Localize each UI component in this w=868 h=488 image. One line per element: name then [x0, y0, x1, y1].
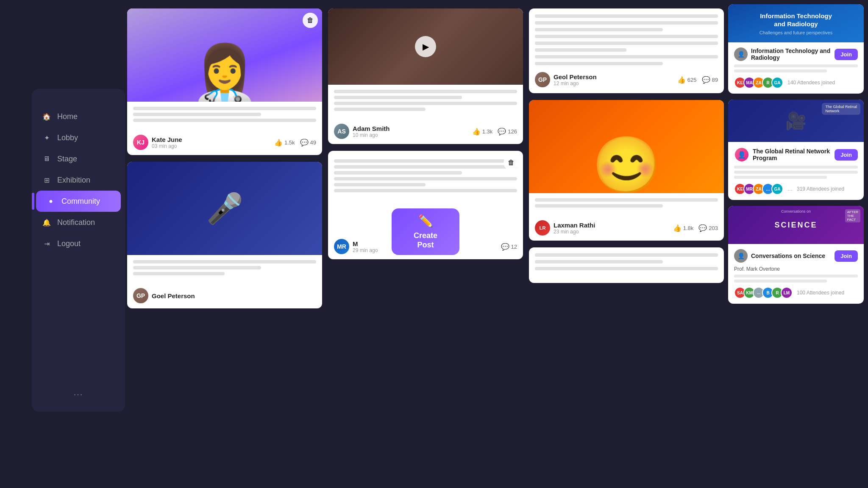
author-info-goel: Goel Peterson: [152, 292, 316, 299]
desc-line: [734, 274, 858, 277]
comment-btn-adam[interactable]: 💬 126: [498, 128, 517, 136]
app-container: 🏠 Home ✦ Lobby 🖥 Stage ⊞ Exhibition ● Co…: [0, 0, 868, 488]
science-header-main: SCIENCE: [774, 221, 817, 230]
desc-line: [734, 280, 827, 283]
event-attendees-it: KE MA ZA R GA 140 Attendees joined: [734, 77, 858, 89]
avatar-mr: MR: [334, 239, 349, 254]
event-desc-lines-it: [734, 64, 858, 72]
delete-post-btn-mr[interactable]: 🗑: [504, 155, 519, 170]
delete-post-btn-kate[interactable]: 🗑: [303, 13, 318, 28]
attendee-avatars-science: SA KM … B R LM: [734, 287, 793, 299]
post-text-lines: [334, 90, 517, 111]
logout-icon: ⇥: [42, 239, 51, 248]
post-text-lines: [133, 260, 316, 275]
stage-icon: 🖥: [42, 154, 51, 164]
like-icon-geol: 👍: [677, 76, 686, 84]
sidebar-item-stage[interactable]: 🖥 Stage: [32, 148, 125, 169]
like-btn-laxman[interactable]: 👍 1.8k: [673, 224, 694, 232]
speaker-name-science: Prof. Mark Overtone: [734, 266, 858, 272]
comment-icon-kate: 💬: [300, 139, 309, 147]
line: [334, 159, 517, 163]
event-body-science: 👤 Conversations on Science Join Prof. Ma…: [728, 244, 864, 304]
sidebar-item-logout[interactable]: ⇥ Logout: [32, 233, 125, 254]
like-btn-kate[interactable]: 👍 1.5k: [274, 139, 295, 147]
post-image-party: ▶: [328, 8, 523, 85]
comment-btn-mr[interactable]: 💬 12: [501, 243, 517, 251]
avatar-goel: GP: [133, 288, 148, 303]
join-btn-retina[interactable]: Join: [835, 149, 858, 161]
create-post-overlay[interactable]: ✏️ CreatePost: [392, 208, 459, 255]
author-info-kate: Kate June 03 min ago: [152, 136, 271, 149]
sidebar-item-lobby[interactable]: ✦ Lobby: [32, 127, 125, 148]
sidebar-item-exhibition[interactable]: ⊞ Exhibition: [32, 169, 125, 191]
like-icon-kate: 👍: [274, 139, 283, 147]
play-button[interactable]: ▶: [415, 36, 436, 57]
sidebar-label-exhibition: Exhibition: [57, 176, 90, 185]
line: [334, 165, 517, 169]
event-desc-lines-retina: [734, 166, 858, 179]
retina-overlay-text: The Global RetinalNetwork: [822, 103, 860, 115]
event-speaker-avatar-it: 👤: [734, 47, 748, 61]
comment-btn-kate[interactable]: 💬 49: [300, 139, 316, 147]
sidebar-label-logout: Logout: [57, 239, 81, 248]
science-header-top: Conversations on: [781, 209, 811, 214]
post-actions-geol: 👍 625 💬 89: [677, 76, 718, 84]
desc-line: [734, 166, 858, 169]
post-content-kate: [127, 102, 322, 131]
line: [535, 48, 626, 52]
comment-btn-laxman[interactable]: 💬 203: [698, 224, 718, 232]
event-card-it: Information Technologyand Radiology Chal…: [728, 4, 864, 94]
like-count-kate: 1.5k: [284, 139, 295, 146]
post-time-geol: 12 min ago: [554, 80, 674, 86]
line: [334, 177, 517, 180]
join-btn-it[interactable]: Join: [835, 49, 858, 60]
line: [334, 183, 426, 186]
comment-btn-geol[interactable]: 💬 89: [702, 76, 718, 84]
line: [535, 14, 718, 18]
sidebar-item-community[interactable]: ● Community: [36, 191, 121, 212]
join-btn-science[interactable]: Join: [835, 250, 858, 262]
post-text-lines-extra: [535, 253, 718, 270]
post-text-lines: [133, 107, 316, 122]
event-speaker-avatar-retina: 👤: [734, 147, 749, 162]
line: [133, 272, 225, 275]
event-header-it: Information Technologyand Radiology Chal…: [728, 4, 864, 42]
community-icon: ●: [46, 197, 56, 206]
post-footer-geol: GP Geol Peterson 12 min ago 👍 625 💬 89: [535, 72, 718, 87]
retina-panel-icon: 🎥: [785, 111, 807, 131]
home-icon: 🏠: [42, 112, 51, 121]
line: [334, 189, 517, 192]
sidebar-item-home[interactable]: 🏠 Home: [32, 106, 125, 127]
comment-count-kate: 49: [310, 139, 316, 146]
avatar-kate: KJ: [133, 135, 148, 150]
post-actions-mr: 💬 12: [501, 243, 517, 251]
like-btn-geol[interactable]: 👍 625: [677, 76, 697, 84]
post-card-goel: 🎤 GP Goel Peterson: [127, 162, 322, 308]
author-name-goel: Goel Peterson: [152, 292, 316, 299]
author-name-laxman: Laxman Rathi: [554, 222, 670, 229]
line: [535, 260, 663, 263]
post-content-goel: [127, 255, 322, 285]
event-attendees-retina: KE MR ZA … GA … 319 Attendees joined: [734, 183, 858, 195]
feed-column-3: GP Geol Peterson 12 min ago 👍 625 💬 89: [529, 8, 724, 480]
event-body-it: 👤 Information Technology and Radiology J…: [728, 42, 864, 94]
post-card-mr: 🗑 MR M 29 min ago: [328, 151, 523, 259]
post-content-adam: [328, 85, 523, 120]
post-footer-kate: KJ Kate June 03 min ago 👍 1.5k 💬 49: [127, 131, 322, 155]
event-card-retina: 🎥 The Global RetinalNetwork 👤 The Global…: [728, 100, 864, 200]
sidebar: 🏠 Home ✦ Lobby 🖥 Stage ⊞ Exhibition ● Co…: [32, 89, 125, 412]
author-name-kate: Kate June: [152, 136, 271, 143]
like-btn-adam[interactable]: 👍 1.3k: [472, 128, 493, 136]
sidebar-item-notification[interactable]: 🔔 Notification: [32, 212, 125, 233]
post-card-laxman: 😊 LR Laxman Rathi 23 min ago: [529, 100, 724, 241]
line: [133, 113, 261, 116]
sidebar-label-notification: Notification: [57, 218, 95, 227]
event-title-row-it: 👤 Information Technology and Radiology J…: [734, 47, 858, 61]
author-info-adam: Adam Smith 10 min ago: [353, 125, 469, 138]
line: [535, 267, 718, 270]
attendee-count-retina-num: 319 Attendees joined: [797, 186, 844, 192]
comment-count-adam: 126: [508, 128, 517, 135]
desc-line: [734, 171, 858, 174]
avatar-laxman: LR: [535, 220, 550, 236]
attendee-ga2: GA: [771, 183, 783, 195]
